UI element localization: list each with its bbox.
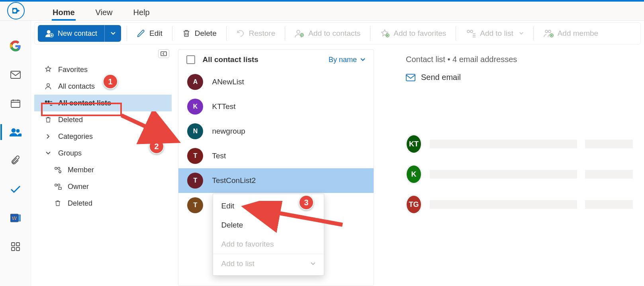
svg-point-3	[12, 128, 16, 132]
mail-icon[interactable]	[8, 69, 23, 80]
pencil-icon	[137, 29, 145, 38]
nav-groups-deleted[interactable]: Deleted	[34, 195, 172, 212]
add-to-favorites-button: Add to favorites	[376, 29, 450, 38]
tab-view[interactable]: View	[95, 4, 114, 20]
mail-icon	[406, 74, 415, 82]
avatar: TG	[406, 195, 422, 214]
nav-groups[interactable]: Groups	[34, 145, 172, 161]
nav-groups-owner[interactable]: Owner	[34, 178, 172, 195]
svg-rect-1	[11, 71, 20, 78]
trash-nav-icon-2	[53, 199, 62, 207]
nav-groups-member[interactable]: Member	[34, 161, 172, 178]
google-icon[interactable]	[8, 41, 23, 52]
add-to-contacts-button: Add to contacts	[291, 29, 364, 38]
ctx-add-favorites: Add to favorites	[213, 235, 324, 254]
trash-nav-icon	[44, 116, 53, 124]
svg-rect-26	[50, 101, 52, 102]
new-contact-splitbutton: New contact	[38, 25, 121, 42]
group-plus-icon	[543, 29, 554, 38]
chevron-right-icon	[44, 134, 53, 139]
top-tab-bar: Home View Help	[0, 2, 644, 21]
member-row: TG	[406, 195, 633, 214]
member-icon	[53, 166, 62, 173]
avatar: T	[187, 173, 203, 189]
member-name-redacted	[430, 170, 577, 179]
todo-icon[interactable]	[8, 184, 23, 195]
new-contact-button[interactable]: New contact	[38, 29, 104, 38]
svg-point-19	[545, 30, 548, 33]
contact-list-row[interactable]: TTest	[178, 144, 374, 168]
people-list-icon	[466, 29, 476, 38]
word-icon[interactable]: W	[8, 212, 23, 224]
person-icon	[44, 82, 53, 90]
svg-point-20	[548, 30, 551, 33]
member-row: K	[406, 165, 633, 184]
svg-rect-35	[406, 74, 415, 81]
avatar: K	[187, 99, 203, 115]
chevron-down-icon	[310, 262, 316, 266]
trash-icon	[182, 29, 191, 38]
nav-all-contacts[interactable]: All contacts	[34, 78, 172, 95]
svg-point-18	[470, 30, 473, 33]
select-all-checkbox[interactable]	[186, 55, 195, 64]
avatar: N	[187, 123, 203, 139]
app-rail: W	[0, 21, 31, 286]
chevron-down-icon	[519, 31, 524, 35]
sort-button[interactable]: By name	[329, 56, 366, 64]
contact-list-row[interactable]: Nnewgroup	[178, 119, 374, 144]
member-name-redacted	[430, 200, 577, 209]
contact-list-label: newgroup	[212, 127, 245, 136]
svg-point-29	[55, 167, 57, 170]
contact-list-label: TestConList2	[212, 176, 256, 185]
contact-list-row[interactable]: KKTTest	[178, 94, 374, 119]
avatar: A	[187, 74, 203, 90]
svg-point-33	[58, 184, 60, 187]
add-to-list-button: Add to list	[462, 29, 527, 38]
svg-point-4	[16, 129, 20, 132]
outlook-logo	[7, 2, 25, 19]
svg-point-17	[467, 30, 470, 33]
contact-list-row[interactable]: TTestConList2	[178, 168, 374, 193]
ctx-edit[interactable]: Edit	[213, 197, 324, 216]
send-email-action[interactable]: Send email	[406, 73, 633, 82]
avatar: T	[187, 148, 203, 164]
member-extra-redacted	[585, 140, 633, 148]
list-title: All contact lists	[202, 55, 258, 64]
avatar: KT	[406, 134, 422, 154]
delete-button[interactable]: Delete	[178, 29, 221, 38]
chevron-down-icon	[360, 58, 366, 62]
contact-list-panel: All contact lists By name AANewListKKTTe…	[178, 49, 374, 286]
svg-point-12	[47, 30, 51, 34]
svg-rect-8	[12, 243, 15, 246]
svg-point-32	[55, 184, 57, 187]
svg-rect-11	[16, 247, 20, 251]
context-menu: Edit Delete Add to favorites Add to list	[213, 194, 324, 276]
new-contact-label: New contact	[58, 29, 97, 38]
collapse-nav-button[interactable]	[158, 49, 169, 58]
tab-help[interactable]: Help	[133, 4, 151, 20]
tab-home[interactable]: Home	[52, 4, 76, 20]
contact-list-label: ANewList	[212, 78, 244, 86]
svg-rect-34	[59, 187, 61, 190]
nav-categories[interactable]: Categories	[34, 128, 172, 145]
calendar-icon[interactable]	[8, 98, 23, 109]
annotation-box-1	[41, 103, 122, 116]
member-row: KT	[406, 134, 633, 154]
attachments-icon[interactable]	[8, 155, 23, 166]
star-icon	[44, 66, 53, 74]
contact-list-label: KTTest	[212, 102, 235, 111]
restore-button: Restore	[232, 29, 280, 38]
contact-list-row[interactable]: AANewList	[178, 70, 374, 94]
edit-button[interactable]: Edit	[133, 29, 166, 38]
detail-meta: Contact list • 4 email addresses	[406, 55, 633, 64]
svg-point-23	[47, 84, 50, 86]
ctx-add-to-list: Add to list	[213, 254, 324, 273]
more-apps-icon[interactable]	[8, 241, 23, 252]
svg-point-30	[58, 167, 60, 170]
people-icon[interactable]	[8, 126, 23, 138]
nav-favorites[interactable]: Favorites	[34, 61, 172, 78]
new-contact-dropdown[interactable]	[104, 25, 121, 42]
avatar: K	[406, 165, 422, 184]
ctx-delete[interactable]: Delete	[213, 216, 324, 235]
svg-rect-10	[12, 247, 15, 251]
